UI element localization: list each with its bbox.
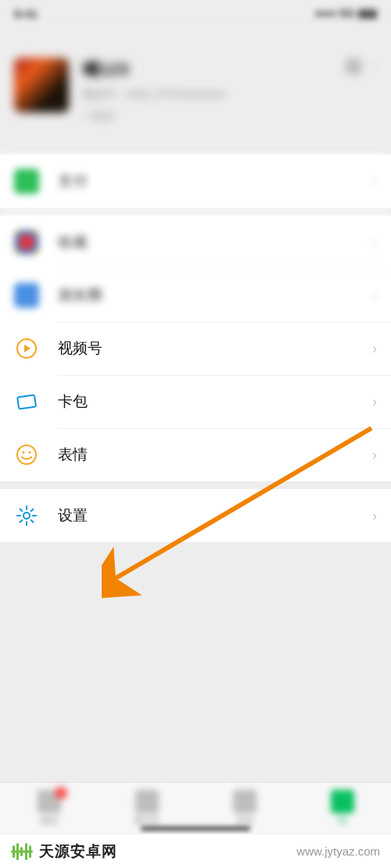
chevron-right-icon: ›	[372, 288, 377, 304]
profile-wxid: 微信号：wxid_XYZxxxxxxxxx	[83, 88, 346, 102]
row-cards-label: 卡包	[58, 391, 372, 412]
chevron-right-icon: ›	[372, 447, 377, 463]
svg-point-2	[17, 445, 36, 464]
chevron-right-icon: ›	[372, 58, 377, 74]
row-channels[interactable]: 视频号 ›	[0, 322, 391, 375]
contacts-icon	[135, 790, 159, 813]
qr-icon[interactable]	[346, 59, 361, 74]
favorites-icon	[14, 230, 39, 255]
svg-rect-20	[11, 850, 33, 852]
svg-rect-1	[17, 395, 36, 409]
row-moments[interactable]: 朋友圈 ›	[0, 269, 391, 322]
video-icon	[14, 336, 39, 361]
menu-group-pay: 支付 ›	[0, 155, 391, 208]
row-moments-label: 朋友圈	[58, 285, 372, 305]
card-icon	[14, 389, 39, 414]
chat-icon	[38, 790, 61, 813]
chevron-right-icon: ›	[372, 394, 377, 410]
profile-name: 曦123	[83, 58, 346, 81]
chevron-right-icon: ›	[372, 341, 377, 357]
chevron-right-icon: ›	[372, 173, 377, 190]
svg-point-4	[28, 451, 30, 453]
profile-card[interactable]: 曦123 微信号：wxid_XYZxxxxxxxxx + 状态 ›	[0, 27, 391, 147]
row-favorites[interactable]: 收藏 ›	[0, 216, 391, 269]
menu-group-settings: 设置 ›	[0, 489, 391, 542]
watermark-brand: 天源安卓网	[11, 841, 117, 863]
svg-line-12	[20, 520, 23, 523]
chevron-right-icon: ›	[372, 508, 377, 524]
chevron-right-icon: ›	[372, 234, 377, 251]
tab-discover-label: 发现	[236, 815, 253, 827]
watermark-url: www.jytyaz.com	[296, 845, 380, 858]
svg-line-10	[20, 509, 23, 512]
row-settings-label: 设置	[58, 505, 372, 526]
profile-info: 曦123 微信号：wxid_XYZxxxxxxxxx + 状态	[83, 58, 346, 123]
wechat-me-screen: 9:41 ●●● 5G ▮▮▮ 曦123 微信号：wxid_XYZxxxxxxx…	[0, 0, 391, 868]
row-pay-label: 支付	[58, 171, 372, 191]
watermark-bar: 天源安卓网 www.jytyaz.com	[0, 834, 391, 868]
gear-icon	[14, 503, 39, 528]
discover-icon	[233, 790, 256, 813]
watermark-logo-icon	[11, 841, 33, 863]
menu-group-main: 收藏 › 朋友圈 › 视频号 › 卡包 › 表情 ›	[0, 216, 391, 481]
status-bar: 9:41 ●●● 5G ▮▮▮	[0, 0, 391, 27]
row-emoji[interactable]: 表情 ›	[0, 428, 391, 481]
row-pay[interactable]: 支付 ›	[0, 155, 391, 208]
moments-icon	[14, 283, 39, 308]
profile-actions: ›	[346, 58, 377, 74]
pay-icon	[14, 169, 39, 194]
tab-chat-label: 微信	[41, 815, 58, 827]
tab-me[interactable]: 我	[293, 783, 391, 834]
tab-chat[interactable]: 微信	[0, 783, 98, 834]
row-channels-label: 视频号	[58, 338, 372, 359]
profile-status[interactable]: + 状态	[83, 109, 346, 123]
row-emoji-label: 表情	[58, 445, 372, 465]
tab-bar: 微信 通讯录 发现 我	[0, 782, 391, 834]
badge	[55, 787, 67, 799]
watermark-text: 天源安卓网	[39, 841, 117, 862]
tab-me-label: 我	[338, 815, 346, 827]
me-icon	[331, 790, 354, 813]
tab-discover[interactable]: 发现	[196, 783, 293, 834]
tab-contacts[interactable]: 通讯录	[98, 783, 196, 834]
avatar[interactable]	[14, 58, 69, 113]
row-settings[interactable]: 设置 ›	[0, 489, 391, 542]
row-cards[interactable]: 卡包 ›	[0, 375, 391, 428]
emoji-icon	[14, 442, 39, 467]
row-favorites-label: 收藏	[58, 232, 372, 252]
status-time: 9:41	[14, 7, 38, 20]
svg-point-3	[22, 451, 24, 453]
status-indicators: ●●● 5G ▮▮▮	[314, 6, 377, 20]
svg-line-13	[31, 509, 34, 512]
svg-point-5	[23, 513, 30, 519]
svg-line-11	[31, 520, 34, 523]
tab-contacts-label: 通讯录	[134, 815, 160, 827]
